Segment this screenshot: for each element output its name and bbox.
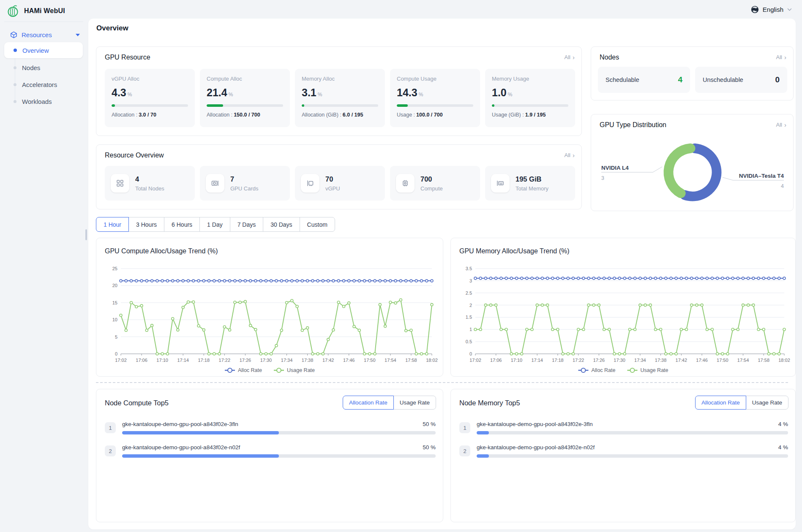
unschedulable-tile: Unschedulable 0 (695, 67, 787, 93)
total-nodes-tile: 4 Total Nodes (105, 166, 195, 201)
rank-badge: 1 (459, 422, 470, 433)
allocation-rate-toggle[interactable]: Allocation Rate (343, 396, 394, 410)
stat-unit: % (229, 92, 233, 98)
gpu-memory-trend-chart[interactable]: 00.511.522.533.517:0217:0617:1017:1417:1… (456, 260, 791, 374)
stat-tile-compute-alloc: Compute Alloc 21.4% Allocation :150.0 / … (200, 69, 290, 127)
svg-text:Alloc Rate: Alloc Rate (238, 367, 262, 373)
resource-overview-all-link[interactable]: All › (565, 152, 575, 158)
node-value: 50 % (423, 421, 436, 427)
sidebar-item-nodes[interactable]: Nodes (4, 60, 83, 76)
stat-label: Memory Usage (492, 76, 568, 82)
chart-title: GPU Memory Alloc/Usage Trend (%) (459, 247, 570, 255)
gpu-resource-all-link[interactable]: All › (565, 54, 575, 60)
stat-unit: % (508, 92, 513, 98)
card-title: Node Compute Top5 (105, 399, 169, 407)
svg-text:17:18: 17:18 (552, 358, 564, 363)
tab-custom[interactable]: Custom (300, 217, 335, 232)
gpu-memory-trend-card: GPU Memory Alloc/Usage Trend (%) 00.511.… (450, 238, 796, 377)
top5-row: 1 gke-kantaloupe-demo-gpu-pool-a843f02e-… (105, 421, 436, 441)
legend-item-alloc-rate[interactable]: Alloc Rate (225, 367, 262, 373)
tile-label: Compute (420, 185, 443, 192)
donut-slice-nvidia–tesla-t4[interactable] (685, 148, 717, 196)
tab-1-hour[interactable]: 1 Hour (96, 217, 129, 232)
progress-fill (302, 104, 304, 107)
sidebar-item-workloads[interactable]: Workloads (4, 93, 83, 109)
gpu-resource-card: GPU Resource All › vGPU Alloc 4.3% Alloc… (96, 46, 582, 136)
nav-dot-icon (14, 66, 16, 69)
chevron-right-icon: › (573, 54, 575, 60)
sidebar-item-accelerators[interactable]: Accelerators (4, 76, 83, 92)
stat-label: Compute Alloc (207, 76, 283, 82)
stat-label: Memory Alloc (302, 76, 378, 82)
compute-tile: 700 Compute (390, 166, 480, 201)
rank-badge: 2 (459, 445, 470, 456)
gpu-type-donut-chart[interactable]: NVIDIA L4 3 NVIDIA–Tesla T4 4 (591, 133, 793, 209)
usage-rate-toggle[interactable]: Usage Rate (746, 396, 788, 410)
language-selector[interactable]: English (751, 0, 792, 19)
stat-tile-compute-usage: Compute Usage 14.3% Usage :100.0 / 700 (390, 69, 480, 127)
donut-label-nvidia-tesla-t4: NVIDIA–Tesla T4 (739, 173, 784, 179)
svg-text:0.5: 0.5 (466, 339, 472, 344)
sidebar-section-label: Resources (22, 31, 76, 38)
main-panel: Overview GPU Resource All › vGPU Alloc 4… (88, 19, 796, 529)
svg-text:17:02: 17:02 (469, 358, 481, 363)
svg-text:17:14: 17:14 (531, 358, 543, 363)
time-range-tabs: 1 Hour 3 Hours 6 Hours 1 Day 7 Days 30 D… (96, 217, 335, 232)
chevron-down-icon (787, 8, 792, 11)
svg-text:17:46: 17:46 (343, 358, 355, 363)
nodes-card: Nodes All › Schedulable 4 Unschedulable … (591, 46, 794, 100)
svg-text:25: 25 (112, 266, 117, 271)
app-logo-row: HAMi WebUI (0, 0, 87, 22)
progress-track (207, 104, 283, 107)
donut-slice-nvidia-l4[interactable] (668, 148, 690, 193)
tab-7-days[interactable]: 7 Days (230, 217, 264, 232)
svg-text:17:06: 17:06 (490, 358, 502, 363)
donut-label-nvidia-l4: NVIDIA L4 (601, 165, 629, 171)
svg-text:5: 5 (115, 334, 117, 339)
tab-30-days[interactable]: 30 Days (263, 217, 300, 232)
memory-top5-toggle: Allocation Rate Usage Rate (695, 396, 788, 410)
nav-dot-icon (14, 49, 17, 52)
card-title: Node Memory Top5 (459, 399, 520, 407)
tab-6-hours[interactable]: 6 Hours (164, 217, 200, 232)
all-link-label: All (776, 54, 782, 60)
sidebar-item-overview[interactable]: Overview (4, 42, 83, 58)
stat-label: vGPU Alloc (112, 76, 188, 82)
chevron-right-icon: › (573, 152, 575, 158)
progress-track (302, 104, 378, 107)
legend-item-usage-rate[interactable]: Usage Rate (627, 367, 668, 373)
sidebar-item-label: Accelerators (22, 81, 57, 88)
gpu-type-all-link[interactable]: All › (776, 122, 786, 128)
nodes-all-link[interactable]: All › (776, 54, 786, 60)
allocation-rate-toggle[interactable]: Allocation Rate (695, 396, 746, 410)
sidebar: HAMi WebUI Resources Overview Nodes Acce… (0, 0, 87, 532)
svg-text:3.5: 3.5 (466, 266, 472, 271)
svg-text:Usage Rate: Usage Rate (641, 367, 668, 373)
legend-item-alloc-rate[interactable]: Alloc Rate (578, 367, 616, 373)
progress-track (477, 454, 788, 458)
svg-text:2: 2 (469, 303, 472, 308)
usage-rate-toggle[interactable]: Usage Rate (393, 396, 436, 410)
legend-item-usage-rate[interactable]: Usage Rate (274, 367, 315, 373)
svg-text:17:38: 17:38 (655, 358, 667, 363)
node-value: 4 % (778, 444, 788, 451)
sidebar-resize-handle[interactable] (85, 229, 87, 240)
svg-text:17:34: 17:34 (281, 358, 293, 363)
tab-1-day[interactable]: 1 Day (199, 217, 230, 232)
sidebar-section-resources[interactable]: Resources (0, 22, 87, 38)
svg-text:17:22: 17:22 (573, 358, 584, 363)
progress-track (122, 454, 436, 458)
chevron-right-icon: › (784, 54, 786, 60)
memory-icon (491, 174, 510, 193)
gpu-compute-trend-chart[interactable]: 051015202517:0217:0617:1017:1417:1817:22… (101, 260, 439, 374)
schedulable-label: Schedulable (606, 76, 639, 83)
compute-icon (396, 174, 415, 193)
svg-text:0: 0 (469, 351, 472, 356)
progress-fill (477, 431, 489, 434)
tab-3-hours[interactable]: 3 Hours (128, 217, 164, 232)
svg-text:0: 0 (115, 351, 117, 356)
chart-title: GPU Compute Alloc/Usage Trend (%) (105, 247, 218, 255)
stat-unit: % (419, 92, 423, 98)
progress-track (477, 431, 788, 434)
svg-text:Usage Rate: Usage Rate (287, 367, 315, 373)
